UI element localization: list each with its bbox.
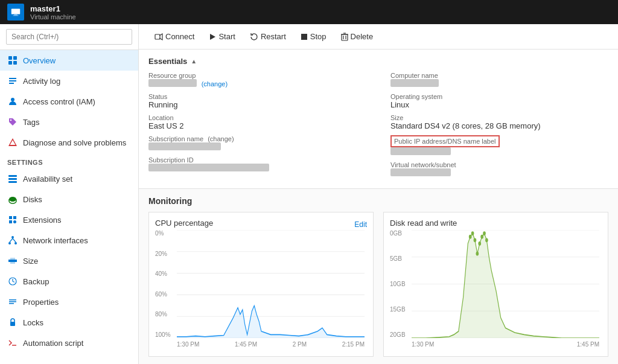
backup-icon: [7, 276, 18, 287]
connect-label: Connect: [165, 32, 194, 41]
availability-icon: [7, 173, 18, 184]
svg-rect-13: [8, 178, 17, 180]
subscription-name-label: Subscription name (change): [148, 135, 366, 142]
svg-rect-29: [9, 303, 14, 304]
svg-rect-1: [14, 14, 17, 16]
subscription-name-change-link[interactable]: (change): [208, 135, 234, 142]
essentials-header: Essentials ▲: [148, 57, 608, 66]
svg-rect-26: [10, 258, 15, 264]
sidebar-item-disks-label: Disks: [23, 195, 42, 204]
size-label: Size: [390, 114, 608, 121]
subscription-name-value: [148, 142, 366, 152]
sidebar-item-properties-label: Properties: [23, 298, 59, 307]
disks-icon: [7, 194, 18, 205]
delete-button[interactable]: Delete: [335, 29, 380, 44]
svg-marker-52: [412, 234, 599, 338]
svg-rect-30: [10, 322, 15, 326]
sidebar-item-properties[interactable]: Properties: [0, 292, 138, 312]
overview-icon: [7, 55, 18, 66]
svg-rect-32: [155, 34, 160, 39]
sidebar-item-extensions[interactable]: Extensions: [0, 209, 138, 230]
svg-point-53: [469, 235, 472, 239]
os-value: Linux: [390, 100, 608, 109]
subscription-name-row: Subscription name (change): [148, 135, 366, 152]
svg-rect-28: [9, 301, 16, 302]
automation-icon: [7, 337, 18, 348]
disk-chart-inner: [412, 230, 599, 338]
os-label: Operating system: [390, 93, 608, 100]
status-row: Status Running: [148, 93, 366, 109]
sidebar-item-tags[interactable]: Tags: [0, 112, 138, 132]
sidebar-item-access-control[interactable]: Access control (IAM): [0, 91, 138, 112]
monitoring-section: Monitoring CPU percentage Edit 100% 80% …: [139, 189, 618, 364]
sidebar-item-overview[interactable]: Overview: [0, 50, 138, 71]
top-bar: master1 Virtual machine: [0, 0, 618, 24]
sidebar-item-diagnose-label: Diagnose and solve problems: [23, 138, 126, 147]
cpu-chart: CPU percentage Edit 100% 80% 60% 40% 20%…: [148, 212, 374, 357]
svg-rect-9: [9, 83, 14, 84]
svg-rect-14: [8, 181, 17, 183]
properties-icon: [7, 296, 18, 307]
sidebar-item-extensions-label: Extensions: [23, 216, 62, 225]
svg-rect-0: [11, 9, 20, 14]
cpu-line-chart: [177, 230, 365, 338]
resource-group-change-link[interactable]: (change): [202, 80, 228, 88]
vm-title-block: master1 Virtual machine: [30, 4, 76, 21]
sidebar-item-automation-script[interactable]: Automation script: [0, 333, 138, 353]
restart-label: Restart: [261, 32, 286, 41]
stop-button[interactable]: Stop: [295, 29, 333, 44]
svg-point-59: [483, 231, 486, 235]
sidebar-item-access-control-label: Access control (IAM): [23, 97, 95, 106]
svg-point-15: [9, 197, 16, 202]
delete-icon: [341, 33, 348, 41]
public-ip-value[interactable]: [390, 147, 608, 156]
computer-name-row: Computer name: [390, 72, 608, 88]
restart-button[interactable]: Restart: [244, 29, 292, 44]
disk-x-labels: 1:30 PM 1:45 PM: [412, 338, 599, 350]
search-container[interactable]: [0, 24, 138, 50]
svg-rect-17: [13, 216, 16, 219]
vnet-value[interactable]: [390, 168, 608, 177]
tags-icon: [7, 117, 18, 127]
svg-rect-27: [9, 299, 16, 301]
sidebar-item-disks[interactable]: Disks: [0, 189, 138, 209]
connect-icon: [154, 33, 163, 41]
vnet-label: Virtual network/subnet: [390, 161, 608, 168]
svg-point-60: [485, 238, 488, 242]
sidebar-item-backup[interactable]: Backup: [0, 271, 138, 292]
sidebar-item-activity-log[interactable]: Activity log: [0, 71, 138, 91]
sidebar-item-size[interactable]: Size: [0, 251, 138, 271]
cpu-y-labels: 100% 80% 60% 40% 20% 0%: [155, 230, 174, 338]
svg-point-20: [11, 236, 14, 238]
svg-line-24: [13, 238, 16, 242]
cpu-chart-edit[interactable]: Edit: [354, 220, 367, 229]
sidebar: Overview Activity log Access control (IA…: [0, 24, 139, 364]
search-input[interactable]: [6, 29, 132, 45]
resource-group-blurred: [148, 79, 197, 87]
connect-button[interactable]: Connect: [148, 29, 200, 44]
essentials-title: Essentials: [148, 57, 187, 66]
cpu-x-labels: 1:30 PM 1:45 PM 2 PM 2:15 PM: [177, 338, 365, 350]
vm-name: master1: [30, 4, 76, 13]
sidebar-item-locks[interactable]: Locks: [0, 312, 138, 333]
svg-rect-6: [13, 61, 17, 65]
sidebar-item-network-interfaces[interactable]: Network interfaces: [0, 230, 138, 251]
svg-rect-34: [301, 34, 307, 40]
sidebar-item-diagnose[interactable]: Diagnose and solve problems: [0, 132, 138, 153]
svg-point-19: [13, 220, 16, 223]
sidebar-item-availability-set[interactable]: Availability set: [0, 168, 138, 189]
charts-row: CPU percentage Edit 100% 80% 60% 40% 20%…: [148, 212, 608, 357]
start-button[interactable]: Start: [203, 29, 241, 44]
restart-icon: [250, 33, 258, 41]
svg-rect-5: [8, 61, 12, 65]
location-label: Location: [148, 114, 366, 121]
sidebar-item-activity-log-label: Activity log: [23, 77, 60, 86]
vm-icon: [7, 4, 24, 21]
start-label: Start: [218, 32, 235, 41]
svg-point-22: [14, 242, 17, 244]
sidebar-item-automation-label: Automation script: [23, 339, 83, 348]
disk-y-labels: 20GB 15GB 10GB 5GB 0GB: [390, 230, 409, 338]
svg-point-55: [474, 238, 477, 242]
main-content: Connect Start Restart Stop Delete Esse: [139, 24, 618, 364]
svg-point-57: [478, 241, 481, 246]
